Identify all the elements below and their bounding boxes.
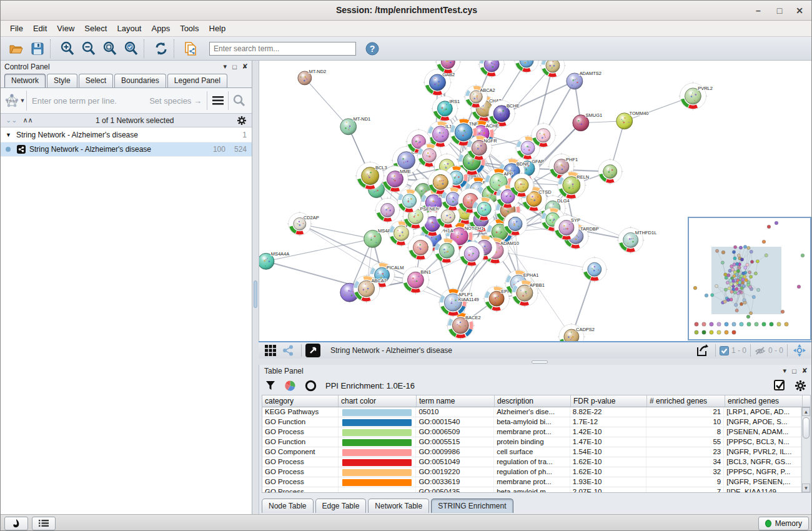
column-header-term-name[interactable]: term name: [417, 395, 495, 407]
network-tree-row[interactable]: String Network - Alzheimer's disease1005…: [1, 142, 252, 157]
maximize-button[interactable]: □: [770, 3, 789, 18]
cytoscape-logo-button[interactable]: [4, 517, 28, 530]
tab-network[interactable]: Network: [4, 74, 46, 87]
splitter-handle[interactable]: [254, 280, 257, 308]
string-query-input[interactable]: Enter one term per line. Set species →: [27, 96, 207, 106]
collapse-all-icon[interactable]: ∧∧: [22, 116, 32, 124]
tab-select[interactable]: Select: [79, 74, 113, 87]
table-row[interactable]: GO ProcessGO:0006509membrane prot...1.42…: [262, 427, 801, 437]
menu-file[interactable]: File: [6, 22, 27, 35]
gear-icon[interactable]: [237, 116, 247, 126]
string-search-button[interactable]: [228, 91, 249, 110]
export-network-button[interactable]: [694, 344, 710, 357]
scroll-up-arrow[interactable]: ▲: [802, 407, 810, 416]
graph-node-adamts2[interactable]: ADAMTS2: [567, 71, 602, 89]
table-row[interactable]: KEGG Pathways05010Alzheimer's dise...8.8…: [262, 407, 801, 417]
table-row[interactable]: GO ProcessGO:0019220regulation of ph...1…: [262, 467, 801, 477]
graph-node-mt-nd1[interactable]: MT-ND1: [340, 116, 371, 135]
table-row[interactable]: GO FunctionGO:0001540beta-amyloid bi...1…: [262, 417, 801, 427]
tab-boundaries[interactable]: Boundaries: [114, 74, 166, 87]
network-canvas[interactable]: MT-ND2MT-ND1VSNL1CD2APMS4A6AMS4A4AMS4A4E…: [259, 61, 812, 341]
help-button[interactable]: ?: [365, 41, 380, 56]
close-panel-icon[interactable]: ✘: [802, 367, 808, 375]
string-options-button[interactable]: [207, 91, 228, 110]
collapse-arrow-icon[interactable]: ▼: [6, 132, 11, 138]
string-protein-query-selector[interactable]: STRING ▼: [3, 91, 27, 111]
graph-node-pvrl2[interactable]: PVRL2: [678, 82, 712, 111]
birdseye-view[interactable]: [688, 217, 811, 340]
enrichment-pie-icon[interactable]: [284, 380, 296, 392]
column-header-chart-color[interactable]: chart color: [339, 395, 417, 407]
table-row[interactable]: GO ComponentGO:0009986cell surface1.54E-…: [262, 447, 801, 457]
search-input[interactable]: [209, 42, 356, 56]
close-panel-icon[interactable]: ✘: [242, 62, 248, 71]
float-panel-icon[interactable]: □: [232, 63, 237, 71]
ring-chart-icon[interactable]: [305, 380, 317, 392]
expand-all-icon[interactable]: ⌄⌄: [6, 116, 17, 124]
network-share-button[interactable]: [280, 344, 296, 357]
filter-icon[interactable]: [265, 380, 275, 391]
column-header-enriched-genes[interactable]: enriched genes: [725, 395, 803, 407]
column-header-FDR-p-value[interactable]: FDR p-value: [571, 395, 647, 407]
column-header-description[interactable]: description: [495, 395, 571, 407]
graph-node-tomm40[interactable]: TOMM40: [616, 111, 649, 129]
set-species-hint[interactable]: Set species →: [149, 96, 202, 106]
network-from-file-button[interactable]: [181, 39, 202, 58]
task-history-button[interactable]: [32, 517, 56, 530]
table-row[interactable]: GO FunctionGO:0005515protein binding1.47…: [262, 437, 801, 447]
refresh-button[interactable]: [151, 39, 172, 58]
graph-node-aplp1[interactable]: APLP1KIAA1149: [438, 287, 478, 317]
network-tree-row[interactable]: ▼String Network - Alzheimer's disease1: [1, 128, 252, 142]
graph-node-mthfd1l[interactable]: MTHFD1L: [617, 226, 657, 254]
table-row[interactable]: GO ProcessGO:0050435beta-amyloid m...2.0…: [262, 487, 801, 492]
menu-help[interactable]: Help: [205, 22, 230, 35]
graph-node[interactable]: [513, 61, 540, 74]
graph-node[interactable]: [582, 256, 608, 282]
show-grid-button[interactable]: [262, 344, 279, 357]
tab-edge-table[interactable]: Edge Table: [315, 499, 367, 513]
menu-tools[interactable]: Tools: [176, 22, 203, 35]
graph-node[interactable]: [478, 61, 505, 78]
splitter-handle[interactable]: [532, 360, 548, 364]
birdseye-toggle-button[interactable]: [305, 344, 320, 357]
zoom-selected-button[interactable]: [121, 39, 142, 58]
panel-menu-icon[interactable]: ▾: [783, 367, 787, 375]
menu-layout[interactable]: Layout: [112, 22, 146, 35]
horizontal-splitter[interactable]: [259, 359, 812, 365]
minimize-button[interactable]: –: [749, 3, 768, 18]
scrollbar-thumb[interactable]: [803, 417, 810, 439]
zoom-fit-button[interactable]: [99, 39, 121, 58]
tab-network-table[interactable]: Network Table: [368, 499, 429, 513]
graph-node-cadps2[interactable]: CADPS2: [558, 323, 595, 341]
graph-node-abca7[interactable]: ABCA7: [352, 274, 387, 303]
select-checkbox-icon[interactable]: [774, 380, 786, 392]
zoom-in-button[interactable]: [57, 39, 78, 58]
graph-node-cd2ap[interactable]: CD2AP: [287, 211, 319, 236]
graph-node-irs1[interactable]: IRS1: [431, 95, 460, 122]
gear-icon[interactable]: [795, 380, 806, 392]
vertical-splitter[interactable]: [252, 61, 259, 514]
tab-string-enrichment[interactable]: STRING Enrichment: [431, 499, 513, 513]
menu-view[interactable]: View: [52, 22, 79, 35]
memory-button[interactable]: Memory: [758, 517, 809, 530]
float-panel-icon[interactable]: □: [792, 367, 796, 375]
column-header-category[interactable]: category: [262, 395, 339, 407]
panel-menu-icon[interactable]: ▾: [224, 62, 227, 71]
menu-select[interactable]: Select: [80, 22, 111, 35]
close-button[interactable]: ✕: [790, 3, 809, 18]
menu-apps[interactable]: Apps: [147, 22, 175, 35]
table-row[interactable]: GO ProcessGO:0051049regulation of tra...…: [262, 457, 801, 467]
zoom-out-button[interactable]: [78, 39, 99, 58]
graph-node-bin1[interactable]: BIN1: [401, 266, 430, 294]
graph-node-mt-nd2[interactable]: MT-ND2: [298, 69, 326, 85]
open-session-button[interactable]: [6, 39, 27, 58]
navigator-button[interactable]: [791, 344, 808, 357]
table-row[interactable]: GO ProcessGO:0033619membrane prot...1.93…: [262, 477, 801, 487]
menu-edit[interactable]: Edit: [29, 22, 51, 35]
column-header---enriched-genes[interactable]: # enriched genes: [647, 395, 725, 407]
table-scrollbar[interactable]: ▲ ▼: [801, 407, 810, 492]
graph-node-smug1[interactable]: SMUG1: [573, 112, 602, 131]
tab-style[interactable]: Style: [47, 74, 77, 87]
graph-node[interactable]: [597, 159, 623, 185]
scroll-down-arrow[interactable]: ▼: [802, 484, 810, 492]
